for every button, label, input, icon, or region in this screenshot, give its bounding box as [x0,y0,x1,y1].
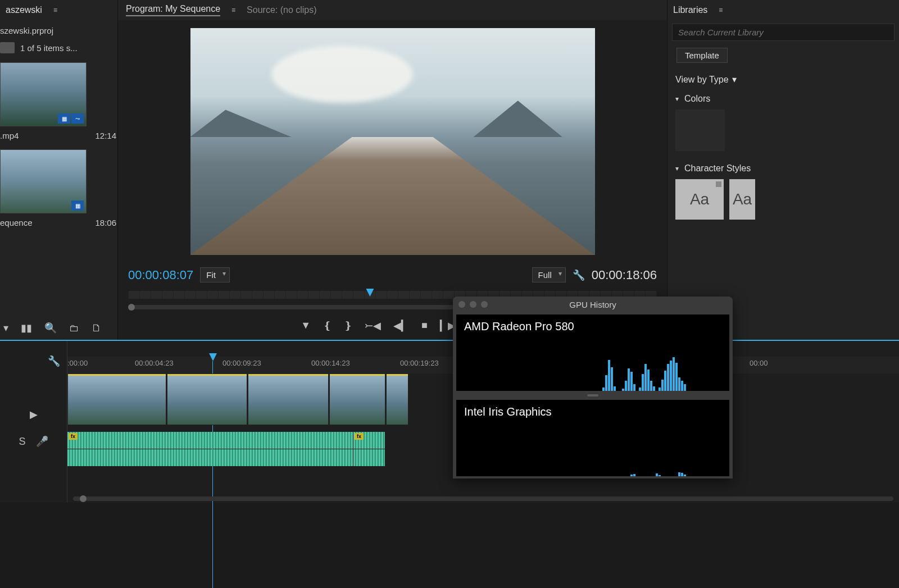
style-sample: Aa [733,190,752,208]
gpu-divider[interactable] [453,393,733,398]
video-clip[interactable] [67,373,166,425]
template-button[interactable]: Template [676,48,728,63]
clip-thumbnail[interactable]: ▦ ⤳ [0,62,87,126]
ruler-mark: 00:00:04:23 [135,359,174,367]
bin-item-sequence[interactable]: ▦ equence 18:06 [0,147,117,234]
audio-clip[interactable]: fx [353,432,385,449]
audio-clip[interactable]: fx [67,432,353,449]
list-view-icon[interactable]: ▮▮ [21,322,32,334]
gpu-bar [684,475,686,476]
video-clip[interactable] [248,373,329,425]
colors-section[interactable]: Colors [668,88,899,107]
gpu-bar [653,386,655,391]
clip-duration: 12:14 [95,131,116,140]
gpu-bar [630,372,633,391]
program-tab[interactable]: Program: My Sequence [126,4,220,16]
gpu-bar [661,380,664,391]
solo-toggle[interactable]: S [19,436,25,448]
gpu-bar [602,388,605,391]
view-by-type[interactable]: View by Type [675,75,729,85]
expand-track-icon[interactable]: ▶ [30,408,38,421]
play-stop-button[interactable]: ■ [421,320,428,332]
zoom-dropdown[interactable]: Fit [200,267,230,282]
gpu-bar [614,386,616,391]
panel-menu-icon[interactable]: ≡ [230,5,237,15]
panel-menu-icon[interactable]: ≡ [52,5,58,15]
audio-icon: ⤳ [71,113,84,124]
gpu-section-intel: Intel Iris Graphics [456,400,729,476]
video-clip[interactable] [167,373,247,425]
settings-icon[interactable]: 🔧 [573,269,585,281]
char-styles-section[interactable]: Character Styles [668,158,899,177]
out-point-button[interactable]: ❵ [344,320,352,332]
timeline-zoom[interactable] [73,496,893,501]
sequence-duration: 18:06 [95,218,116,227]
video-clip[interactable] [329,373,385,425]
ruler-mark: :00:00 [67,359,88,367]
folder-icon[interactable]: 🗀 [69,322,79,334]
bin-item-clip[interactable]: ▦ ⤳ .mp4 12:14 [0,60,117,147]
timeline-settings-icon[interactable]: 🔧 [48,355,60,367]
panel-menu-icon[interactable]: ≡ [718,5,724,15]
gpu-bar [642,374,644,391]
character-style[interactable]: Aa [675,179,724,220]
gpu-bar [656,473,658,476]
program-panel: Program: My Sequence ≡ Source: (no clips… [118,0,668,340]
bin-icon[interactable] [0,42,15,53]
gpu-bar [625,381,627,391]
project-panel: aszewski ≡ szewski.prproj 1 of 5 items s… [0,0,118,340]
clip-name: .mp4 [0,131,19,140]
libraries-tab[interactable]: Libraries [673,5,707,15]
color-swatch[interactable] [675,110,725,151]
preview-frame [190,28,595,255]
gpu-bar [678,377,680,391]
project-filename: szewski.prproj [0,20,117,39]
video-clip[interactable] [386,373,408,425]
gpu-bar [673,357,675,391]
gpu-bar [605,375,607,391]
dropdown-icon[interactable]: ▾ [732,74,737,85]
gpu-titlebar[interactable]: GPU History [453,297,733,312]
sequence-name: equence [0,218,33,227]
gpu-card-name: Intel Iris Graphics [464,405,721,418]
ruler-mark: 00:00:19:23 [400,359,439,367]
search-icon[interactable]: 🔍 [44,322,57,334]
step-back-button[interactable]: ◀▎ [393,320,409,332]
gpu-bar [675,363,678,391]
view-dropdown-icon[interactable]: ▾ [3,322,8,334]
new-item-icon[interactable]: 🗋 [92,322,102,334]
library-search-input[interactable] [672,24,895,41]
resolution-dropdown[interactable]: Full [532,267,566,282]
zoom-handle[interactable] [80,495,87,502]
audio-clip[interactable] [67,449,353,466]
gpu-bar [678,472,680,476]
program-viewport[interactable] [118,20,667,263]
gpu-bar [639,388,641,391]
style-sample: Aa [690,190,709,208]
timeline-panel: 🔧 ▶ S 🎤 :00:0000:00:04:2300:00:09:2300:0… [0,340,899,503]
audio-clip[interactable] [353,449,385,466]
timecode-out[interactable]: 00:00:18:06 [592,268,657,282]
video-icon: ▦ [58,113,70,124]
voiceover-icon[interactable]: 🎤 [36,435,48,448]
gpu-section-amd: AMD Radeon Pro 580 [456,314,729,391]
gpu-bar [644,364,647,391]
project-tab[interactable]: aszewski [6,5,42,15]
timecode-in[interactable]: 00:00:08:07 [128,268,193,282]
zoom-handle[interactable] [128,304,135,311]
source-tab[interactable]: Source: (no clips) [247,5,317,15]
playhead-marker[interactable] [366,289,374,297]
character-style[interactable]: Aa [729,179,755,220]
sequence-thumbnail[interactable]: ▦ [0,149,87,213]
marker-button[interactable]: ▼ [301,320,311,332]
gpu-bar [630,475,633,476]
ruler-mark: 00:00:14:23 [311,359,350,367]
fx-badge: fx [69,433,78,440]
gpu-bar [622,389,624,391]
timeline-playhead[interactable] [209,353,217,361]
gpu-bar [633,384,635,391]
go-to-in-button[interactable]: ⤚◀ [365,320,381,332]
gpu-history-window[interactable]: GPU History AMD Radeon Pro 580 Intel Iri… [453,297,733,478]
in-point-button[interactable]: ❴ [323,320,332,332]
sequence-icon: ▦ [71,200,84,211]
